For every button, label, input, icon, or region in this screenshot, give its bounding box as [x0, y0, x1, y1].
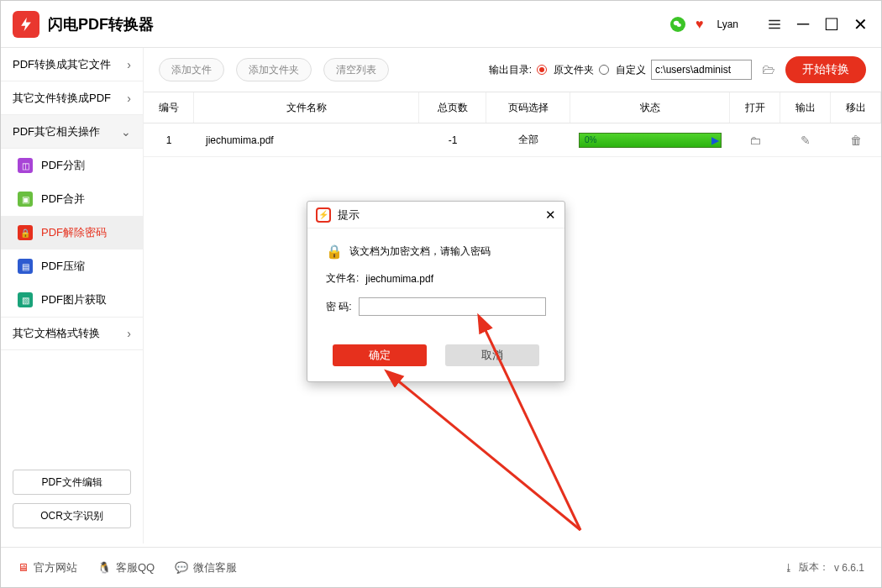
chevron-down-icon: ⌄ — [121, 125, 131, 139]
output-label: 输出目录: — [489, 63, 532, 77]
qq-support-link[interactable]: 🐧客服QQ — [97, 560, 155, 575]
merge-icon: ▣ — [18, 192, 33, 207]
col-idx: 编号 — [144, 92, 194, 123]
split-icon: ◫ — [18, 158, 33, 173]
start-convert-button[interactable]: 开始转换 — [785, 56, 866, 83]
file-name-value: jiechumima.pdf — [365, 273, 433, 285]
sidebar-item-compress[interactable]: ▤PDF压缩 — [1, 249, 143, 283]
chevron-right-icon: › — [127, 58, 131, 71]
chevron-right-icon: › — [127, 92, 131, 105]
browse-folder-icon[interactable]: 🗁 — [762, 62, 775, 77]
wechat-icon: 💬 — [175, 561, 188, 574]
table-row: 1 jiechumima.pdf -1 全部 0% ▶ 🗀 ✎ 🗑 — [144, 123, 881, 157]
table-header: 编号 文件名称 总页数 页码选择 状态 打开 输出 移出 — [144, 92, 881, 123]
cell-filename: jiechumima.pdf — [194, 123, 419, 156]
wechat-icon[interactable] — [670, 17, 685, 32]
heart-icon[interactable]: ♥ — [696, 17, 704, 32]
cat-label: 其它文件转换成PDF — [13, 91, 111, 106]
ok-button[interactable]: 确定 — [333, 344, 427, 366]
add-file-button[interactable]: 添加文件 — [159, 58, 224, 81]
cat-other-ops[interactable]: PDF其它相关操作⌄ — [1, 115, 143, 149]
image-icon: ▧ — [18, 292, 33, 307]
sidebar-item-label: PDF压缩 — [41, 259, 85, 274]
official-site-link[interactable]: 🖥官方网站 — [18, 560, 77, 575]
cat-label: PDF其它相关操作 — [13, 124, 100, 139]
minimize-button[interactable]: ─ — [794, 15, 812, 34]
cell-idx: 1 — [144, 123, 194, 156]
cat-doc-format[interactable]: 其它文档格式转换› — [1, 317, 143, 350]
file-label: 文件名: — [326, 271, 359, 286]
delete-icon[interactable]: 🗑 — [850, 134, 862, 147]
maximize-button[interactable]: ☐ — [822, 15, 841, 34]
cat-pdf-to-other[interactable]: PDF转换成其它文件› — [1, 48, 143, 81]
chevron-right-icon: › — [127, 327, 131, 340]
compress-icon: ▤ — [18, 259, 33, 274]
lock-icon: 🔒 — [18, 225, 33, 240]
col-name: 文件名称 — [194, 92, 419, 123]
sidebar-item-merge[interactable]: ▣PDF合并 — [1, 182, 143, 216]
cat-other-to-pdf[interactable]: 其它文件转换成PDF› — [1, 81, 143, 115]
clear-list-button[interactable]: 清空列表 — [323, 58, 389, 81]
footer-label: 微信客服 — [193, 560, 237, 575]
col-sel: 页码选择 — [486, 92, 570, 123]
close-button[interactable]: ✕ — [851, 15, 869, 34]
play-icon: ▶ — [711, 134, 719, 146]
menu-icon[interactable] — [765, 15, 784, 34]
sidebar-item-label: PDF图片获取 — [41, 292, 107, 307]
radio-source-folder[interactable] — [537, 65, 547, 75]
password-label: 密 码: — [326, 300, 352, 314]
radio-label: 原文件夹 — [554, 63, 594, 77]
progress-text: 0% — [585, 134, 596, 147]
open-folder-icon[interactable]: 🗀 — [749, 134, 761, 147]
password-input[interactable] — [359, 297, 546, 316]
dialog-message: 该文档为加密文档，请输入密码 — [349, 244, 491, 259]
user-name[interactable]: Lyan — [717, 18, 738, 30]
version-value: v 6.6.1 — [834, 562, 864, 574]
pdf-edit-button[interactable]: PDF文件编辑 — [13, 470, 131, 495]
radio-custom-folder[interactable] — [599, 65, 609, 75]
svg-point-1 — [677, 24, 681, 27]
progress-bar[interactable]: 0% ▶ — [579, 133, 722, 148]
app-logo — [13, 11, 39, 38]
col-open: 打开 — [730, 92, 780, 123]
col-del: 移出 — [831, 92, 881, 123]
sidebar-item-label: PDF解除密码 — [41, 225, 107, 240]
cell-status: 0% ▶ — [570, 123, 730, 156]
sidebar-item-img-extract[interactable]: ▧PDF图片获取 — [1, 283, 143, 317]
cancel-button[interactable]: 取消 — [445, 344, 539, 366]
cell-page-select[interactable]: 全部 — [486, 123, 570, 156]
ocr-button[interactable]: OCR文字识别 — [13, 503, 131, 528]
dialog-close-button[interactable]: ✕ — [545, 207, 556, 223]
radio-label: 自定义 — [616, 63, 646, 77]
dialog-title: 提示 — [338, 207, 360, 223]
export-icon[interactable]: ✎ — [801, 134, 811, 147]
lock-icon: 🔒 — [326, 244, 343, 260]
col-status: 状态 — [570, 92, 730, 123]
password-dialog: ⚡ 提示 ✕ 🔒该文档为加密文档，请输入密码 文件名:jiechumima.pd… — [307, 201, 565, 382]
add-folder-button[interactable]: 添加文件夹 — [236, 58, 312, 81]
version-label: 版本： — [799, 560, 829, 575]
footer-label: 客服QQ — [116, 560, 155, 575]
sidebar-item-decrypt[interactable]: 🔒PDF解除密码 — [1, 216, 143, 249]
col-pages: 总页数 — [419, 92, 486, 123]
col-out: 输出 — [780, 92, 831, 123]
footer-label: 官方网站 — [34, 560, 77, 575]
dialog-logo-icon: ⚡ — [316, 207, 331, 223]
app-title: 闪电PDF转换器 — [48, 14, 154, 34]
download-icon[interactable]: ⭳ — [784, 562, 794, 574]
monitor-icon: 🖥 — [18, 561, 29, 574]
sidebar-item-split[interactable]: ◫PDF分割 — [1, 149, 143, 182]
sidebar: PDF转换成其它文件› 其它文件转换成PDF› PDF其它相关操作⌄ ◫PDF分… — [1, 48, 144, 543]
sidebar-item-label: PDF分割 — [41, 158, 85, 173]
cell-pages: -1 — [419, 123, 486, 156]
qq-icon: 🐧 — [97, 561, 111, 574]
sidebar-item-label: PDF合并 — [41, 192, 85, 207]
cat-label: PDF转换成其它文件 — [13, 57, 111, 72]
output-path-field[interactable]: c:\users\administ — [651, 60, 752, 80]
cat-label: 其它文档格式转换 — [13, 326, 100, 341]
wechat-support-link[interactable]: 💬微信客服 — [175, 560, 237, 575]
